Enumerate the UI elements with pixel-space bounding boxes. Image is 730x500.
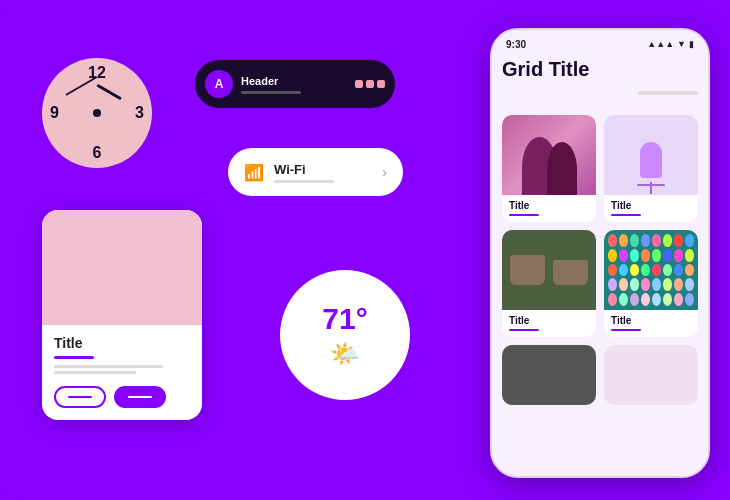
weather-icon-area: 🌤️	[330, 340, 360, 368]
card-filled-button[interactable]	[114, 386, 166, 408]
clock-number-3: 3	[135, 104, 144, 122]
phone-time: 9:30	[506, 39, 526, 50]
card-content-area: Title	[42, 325, 202, 384]
card-text-lines	[54, 365, 190, 374]
color-dot-37	[663, 293, 672, 306]
header-icon-dot-1	[355, 80, 363, 88]
color-dot-35	[641, 293, 650, 306]
card-btn-line-1	[68, 396, 92, 398]
grid-image-5	[502, 345, 596, 405]
weather-sun-icon: 🌤️	[330, 340, 360, 368]
color-dot-33	[619, 293, 628, 306]
clock-center-dot	[93, 109, 101, 117]
card-buttons	[54, 386, 166, 408]
grid-title-2: Title	[611, 200, 691, 211]
color-dot-29	[663, 278, 672, 291]
color-dot-28	[652, 278, 661, 291]
header-bar: A Header	[195, 60, 395, 108]
card-text-line-1	[54, 365, 163, 368]
color-dot-27	[641, 278, 650, 291]
clock-face: 12 3 6 9	[42, 58, 152, 168]
grid-image-3	[502, 230, 596, 310]
color-dot-24	[608, 278, 617, 291]
clock-hour-hand	[96, 84, 122, 101]
header-title: Header	[241, 75, 347, 87]
grid-image-6	[604, 345, 698, 405]
header-avatar: A	[205, 70, 233, 98]
phone-grid-bottom	[502, 345, 698, 405]
card-btn-line-2	[128, 396, 152, 398]
grid-item-4-label: Title	[604, 310, 698, 337]
grid-item-4[interactable]: Title	[604, 230, 698, 337]
mic-container	[640, 142, 662, 178]
mic-body	[640, 142, 662, 178]
color-dot-18	[630, 264, 639, 277]
color-dot-21	[663, 264, 672, 277]
phone-content: Grid Title Title	[492, 58, 708, 415]
wifi-text-area: Wi-Fi	[274, 162, 372, 183]
card-accent-line	[54, 356, 94, 359]
card-title: Title	[54, 335, 190, 351]
color-dot-14	[674, 249, 683, 262]
grid-item-1[interactable]: Title	[502, 115, 596, 222]
mic-stand	[650, 182, 652, 194]
grid-accent-2	[611, 214, 641, 216]
grid-item-2[interactable]: Title	[604, 115, 698, 222]
grid-image-1	[502, 115, 596, 195]
color-dot-31	[685, 278, 694, 291]
clock-number-6: 6	[93, 144, 102, 162]
grid-image-2	[604, 115, 698, 195]
wifi-settings-row[interactable]: 📶 Wi-Fi ›	[228, 148, 403, 196]
grid-item-1-label: Title	[502, 195, 596, 222]
wifi-status-icon: ▼	[677, 39, 686, 49]
grid-accent-3	[509, 329, 539, 331]
phone-screen-title: Grid Title	[502, 58, 589, 81]
grid-item-5[interactable]	[502, 345, 596, 405]
weather-temperature: 71°	[322, 302, 367, 336]
silhouette-front	[547, 142, 577, 195]
clock-minute-hand	[65, 76, 97, 96]
color-dot-32	[608, 293, 617, 306]
phone-filter-bar	[638, 91, 698, 95]
color-dot-12	[652, 249, 661, 262]
grid-accent-4	[611, 329, 641, 331]
color-dot-38	[674, 293, 683, 306]
plant-pot-2	[553, 260, 588, 285]
color-dot-3	[641, 234, 650, 247]
color-dot-34	[630, 293, 639, 306]
main-container: 12 3 6 9 A Header 📶 Wi-Fi ›	[0, 0, 730, 500]
weather-widget: 71° 🌤️	[280, 270, 410, 400]
color-dot-10	[630, 249, 639, 262]
card-outline-button[interactable]	[54, 386, 106, 408]
grid-item-3-label: Title	[502, 310, 596, 337]
header-icons	[355, 80, 385, 88]
color-dot-26	[630, 278, 639, 291]
color-dot-19	[641, 264, 650, 277]
grid-title-4: Title	[611, 315, 691, 326]
color-dot-6	[674, 234, 683, 247]
color-dot-5	[663, 234, 672, 247]
grid-item-6[interactable]	[604, 345, 698, 405]
grid-item-3[interactable]: Title	[502, 230, 596, 337]
card-mockup: Title	[42, 210, 202, 420]
color-dot-36	[652, 293, 661, 306]
color-dot-2	[630, 234, 639, 247]
clock-widget: 12 3 6 9	[42, 58, 152, 168]
phone-header: Grid Title	[502, 58, 698, 81]
color-dot-30	[674, 278, 683, 291]
phone-status-bar: 9:30 ▲▲▲ ▼ ▮	[492, 30, 708, 58]
plant-pot-1	[510, 255, 545, 285]
color-dot-7	[685, 234, 694, 247]
color-dot-4	[652, 234, 661, 247]
wifi-icon: 📶	[244, 163, 264, 182]
header-icon-dot-3	[377, 80, 385, 88]
color-dot-17	[619, 264, 628, 277]
color-dot-0	[608, 234, 617, 247]
color-dot-16	[608, 264, 617, 277]
color-dot-9	[619, 249, 628, 262]
card-text-line-2	[54, 371, 136, 374]
battery-icon: ▮	[689, 39, 694, 49]
grid-accent-1	[509, 214, 539, 216]
header-text-area: Header	[241, 75, 347, 94]
color-dot-25	[619, 278, 628, 291]
